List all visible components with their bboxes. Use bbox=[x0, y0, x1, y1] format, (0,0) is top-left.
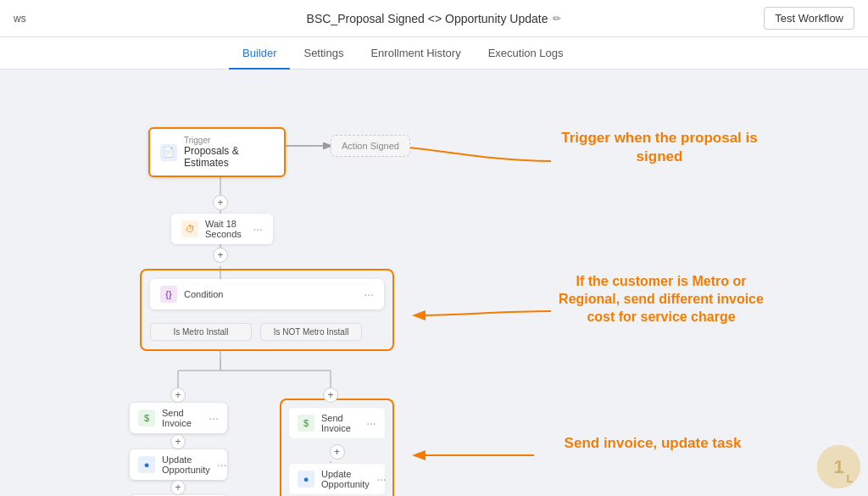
invoice-annotation: Send invoice, update task bbox=[538, 434, 767, 453]
top-bar: ws BSC_Proposal Signed <> Opportunity Up… bbox=[0, 0, 868, 37]
edit-icon[interactable]: ✏ bbox=[553, 13, 561, 25]
wait-node[interactable]: ⏱ Wait 18 Seconds ··· bbox=[171, 214, 273, 244]
condition-menu[interactable]: ··· bbox=[364, 287, 374, 301]
send-invoice-left-menu[interactable]: ··· bbox=[209, 411, 219, 425]
update-opp-left[interactable]: ● Update Opportunity ··· bbox=[130, 449, 227, 480]
condition-label: Condition bbox=[184, 289, 223, 299]
wait-icon: ⏱ bbox=[181, 220, 198, 237]
condition-icon: {} bbox=[160, 286, 177, 303]
svg-text:1: 1 bbox=[833, 456, 843, 477]
branch-right-label: Is NOT Metro Install bbox=[260, 323, 362, 341]
trigger-annotation: Trigger when the proposal is signed bbox=[549, 129, 770, 166]
tab-logs[interactable]: Execution Logs bbox=[475, 37, 577, 70]
update-opp-right-label: Update Opportunity bbox=[321, 469, 370, 489]
send-invoice-left-icon: $ bbox=[138, 410, 155, 426]
watermark: 1 L bbox=[815, 443, 858, 486]
trigger-title: Trigger bbox=[184, 136, 274, 145]
title-text: BSC_Proposal Signed <> Opportunity Updat… bbox=[307, 12, 548, 25]
nav-tabs: Builder Settings Enrollment History Exec… bbox=[0, 37, 868, 70]
trigger-subtitle: Proposals & Estimates bbox=[184, 145, 274, 169]
svg-text:L: L bbox=[846, 472, 853, 485]
update-opp-left-icon: ● bbox=[138, 456, 155, 473]
send-invoice-right-menu[interactable]: ··· bbox=[366, 416, 376, 430]
trigger-node[interactable]: 📄 Trigger Proposals & Estimates bbox=[148, 127, 286, 177]
send-invoice-left[interactable]: $ Send Invoice ··· bbox=[130, 403, 227, 433]
plus-right-branch[interactable]: + bbox=[323, 387, 338, 403]
send-invoice-right-label: Send Invoice bbox=[321, 413, 359, 433]
plus-button-after-trigger[interactable]: + bbox=[213, 195, 228, 210]
invoice-group: $ Send Invoice ··· + ● Update Opportunit… bbox=[280, 398, 394, 496]
update-opp-right-icon: ● bbox=[298, 471, 314, 488]
wait-menu[interactable]: ··· bbox=[253, 222, 263, 236]
plus-button-after-wait[interactable]: + bbox=[213, 248, 228, 263]
test-workflow-button[interactable]: Test Workflow bbox=[764, 7, 854, 30]
trigger-icon: 📄 bbox=[160, 144, 177, 161]
update-opp-right-menu[interactable]: ··· bbox=[376, 472, 387, 486]
workflow-title: BSC_Proposal Signed <> Opportunity Updat… bbox=[307, 12, 562, 25]
action-signed-label: Action Signed bbox=[342, 141, 399, 151]
action-signed-node[interactable]: Action Signed bbox=[331, 135, 410, 157]
app-name: ws bbox=[14, 13, 26, 25]
tab-settings[interactable]: Settings bbox=[290, 37, 357, 70]
branch-labels: Is Metro Install Is NOT Metro Install bbox=[150, 323, 384, 341]
condition-node[interactable]: {} Condition ··· bbox=[150, 279, 384, 309]
plus-left-2[interactable]: + bbox=[170, 434, 186, 449]
tab-enrollment[interactable]: Enrollment History bbox=[357, 37, 474, 70]
update-opp-left-label: Update Opportunity bbox=[162, 454, 210, 475]
update-opp-right[interactable]: ● Update Opportunity ··· bbox=[288, 463, 386, 495]
condition-annotation: If the customer is Metro or Regional, se… bbox=[547, 273, 776, 326]
plus-right-2[interactable]: + bbox=[330, 444, 345, 460]
condition-block: {} Condition ··· Is Metro Install Is NOT… bbox=[140, 269, 394, 351]
wait-label: Wait 18 Seconds bbox=[205, 219, 246, 239]
workflow-canvas: 📄 Trigger Proposals & Estimates Action S… bbox=[0, 70, 868, 496]
send-invoice-right[interactable]: $ Send Invoice ··· bbox=[288, 407, 386, 439]
plus-left-3[interactable]: + bbox=[170, 480, 186, 495]
update-opp-left-menu[interactable]: ··· bbox=[217, 458, 227, 471]
branch-left-label: Is Metro Install bbox=[150, 323, 252, 341]
send-invoice-right-icon: $ bbox=[298, 415, 314, 432]
tab-builder[interactable]: Builder bbox=[229, 37, 290, 70]
plus-left-branch[interactable]: + bbox=[170, 387, 186, 403]
send-invoice-left-label: Send Invoice bbox=[162, 408, 202, 428]
